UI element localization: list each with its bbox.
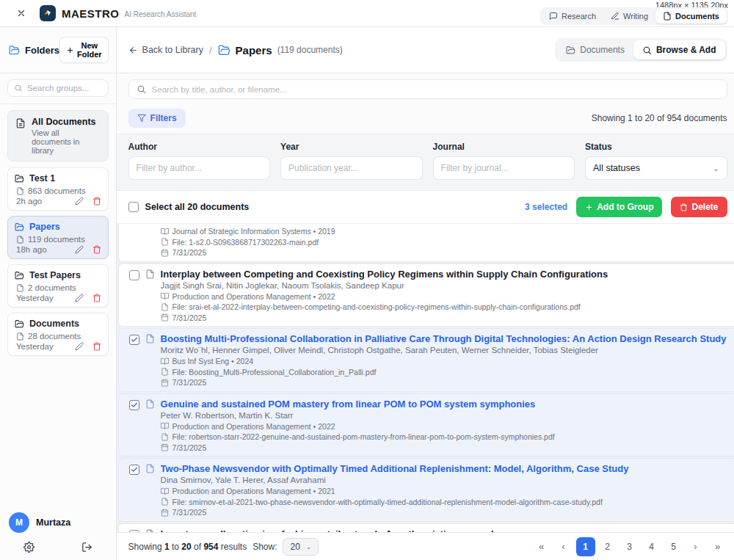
document-checkbox-checked[interactable] (129, 335, 139, 345)
app-logo (40, 5, 56, 21)
doc-date: 7/31/2025 (172, 378, 207, 388)
app-header: MAESTRO AI Research Assistant 1488px × 1… (0, 0, 734, 27)
group-search-input[interactable] (27, 84, 102, 92)
page-button-1[interactable]: 1 (576, 537, 595, 556)
next-page-button[interactable]: › (686, 537, 705, 556)
folder-time: Yesterday (16, 294, 54, 302)
mode-tabs: Research Writing Documents (540, 7, 728, 25)
edit-folder-icon[interactable] (75, 342, 84, 351)
all-documents-subtitle: View all documents in library (32, 128, 101, 155)
close-icon[interactable] (12, 4, 31, 23)
settings-gear-icon[interactable] (0, 542, 58, 553)
folder-icon (15, 222, 24, 232)
last-page-button[interactable]: » (708, 537, 727, 556)
view-tab-documents[interactable]: Documents (557, 40, 633, 59)
doc-count-icon (16, 332, 24, 341)
sidebar-search (7, 79, 109, 97)
sidebar-footer (0, 536, 116, 560)
delete-folder-icon[interactable] (92, 245, 101, 254)
view-mode-tabs: Documents Browse & Add (555, 38, 727, 62)
page-size-select[interactable]: 20 ⌄ (283, 538, 319, 556)
folder-item-papers[interactable]: Papers 119 documents 18h ago (7, 216, 109, 259)
filter-author: Author (128, 142, 270, 180)
delete-folder-icon[interactable] (92, 197, 101, 206)
file-icon (145, 399, 155, 453)
doc-journal: Production and Operations Management • 2… (172, 487, 335, 496)
all-documents-title: All Documents (32, 117, 101, 127)
folder-icon (566, 46, 575, 55)
new-folder-button[interactable]: New Folder (59, 37, 109, 63)
tab-research[interactable]: Research (542, 9, 603, 23)
filters-button[interactable]: Filters (128, 109, 186, 128)
tab-documents[interactable]: Documents (655, 9, 727, 23)
document-checkbox-checked[interactable] (129, 465, 139, 475)
document-row[interactable]: Genuine and sustained POM mastery from l… (118, 393, 734, 457)
document-checkbox-checked[interactable] (129, 400, 139, 410)
document-row[interactable]: Journal of Strategic Information Systems… (118, 224, 734, 262)
status-select[interactable]: All statuses ⌄ (585, 156, 727, 180)
doc-file: File: 1-s2.0-S0963868717302263-main.pdf (172, 238, 319, 247)
prev-page-button[interactable]: ‹ (554, 537, 573, 556)
folder-time: 2h ago (16, 197, 42, 206)
current-folder: Papers (119 documents) (218, 44, 343, 57)
folder-item-test-1[interactable]: Test 1 863 documents 2h ago (7, 167, 109, 211)
calendar-icon (161, 313, 169, 321)
breadcrumb: Back to Library / Papers (119 documents) (128, 44, 343, 57)
doc-journal: Bus Inf Syst Eng • 2024 (172, 357, 254, 366)
select-all-control[interactable]: Select all 20 documents (128, 202, 250, 212)
add-to-group-button[interactable]: Add to Group (576, 197, 662, 217)
journal-filter-input[interactable] (433, 156, 575, 180)
calendar-icon (161, 379, 169, 387)
view-tab-browse-add[interactable]: Browse & Add (633, 40, 725, 59)
logout-icon[interactable] (58, 542, 116, 553)
doc-title: Genuine and sustained POM mastery from l… (161, 399, 727, 410)
document-row[interactable]: Inventory reallocation in a fashion reta… (118, 523, 734, 533)
page-button-3[interactable]: 3 (620, 537, 639, 556)
delete-button[interactable]: Delete (671, 197, 727, 217)
author-filter-input[interactable] (128, 156, 270, 180)
doc-file: File: srai-et-al-2022-interplay-between-… (172, 302, 581, 312)
sidebar-search-wrap (0, 73, 116, 104)
journal-book-icon (161, 487, 169, 495)
file-icon (145, 334, 155, 388)
chevron-down-icon: ⌄ (713, 164, 719, 172)
folder-icon (15, 174, 24, 183)
folder-item-test-papers[interactable]: Test Papers 2 documents Yesterday (7, 264, 109, 308)
document-row[interactable]: Two-Phase Newsvendor with Optimally Time… (118, 458, 734, 522)
journal-book-icon (161, 292, 169, 300)
delete-folder-icon[interactable] (92, 294, 101, 302)
document-row[interactable]: Boosting Multi-Professional Collaboratio… (118, 328, 734, 392)
all-documents-card[interactable]: All Documents View all documents in libr… (7, 110, 109, 161)
doc-date: 7/31/2025 (172, 508, 207, 517)
results-summary: Showing 1 to 20 of 954 results Show: 20 … (128, 538, 319, 556)
year-filter-input[interactable] (280, 156, 422, 180)
doc-date: 7/31/2025 (172, 443, 207, 453)
doc-file: File: Boosting_Multi-Professional_Collab… (172, 368, 377, 377)
first-page-button[interactable]: « (532, 537, 551, 556)
doc-file: File: robertson-starr-2022-genuine-and-s… (172, 432, 555, 442)
tab-writing[interactable]: Writing (603, 9, 655, 23)
avatar: M (9, 512, 29, 533)
select-all-checkbox[interactable] (128, 202, 139, 212)
sidebar-header: Folders New Folder (0, 27, 116, 73)
folder-item-documents[interactable]: Documents 28 documents Yesterday (7, 313, 109, 356)
file-icon (161, 498, 169, 506)
calendar-icon (161, 249, 169, 257)
document-search-input[interactable] (152, 85, 719, 94)
back-to-library-link[interactable]: Back to Library (128, 45, 203, 55)
page-button-4[interactable]: 4 (642, 537, 661, 556)
doc-file: File: smirnov-et-al-2021-two-phase-newsv… (172, 498, 603, 507)
file-icon (145, 269, 155, 323)
document-row[interactable]: Interplay between Competing and Coexisti… (118, 263, 734, 327)
edit-folder-icon[interactable] (75, 294, 84, 302)
edit-folder-icon[interactable] (75, 245, 84, 254)
selection-bar: Select all 20 documents 3 selected Add t… (117, 191, 734, 224)
document-checkbox[interactable] (129, 270, 139, 280)
delete-folder-icon[interactable] (92, 342, 101, 351)
page-button-2[interactable]: 2 (598, 537, 617, 556)
selection-actions: 3 selected Add to Group Delete (525, 197, 727, 217)
calendar-icon (161, 509, 169, 517)
edit-folder-icon[interactable] (75, 197, 84, 206)
page-button-5[interactable]: 5 (664, 537, 683, 556)
brand-name: MAESTRO (62, 7, 120, 20)
